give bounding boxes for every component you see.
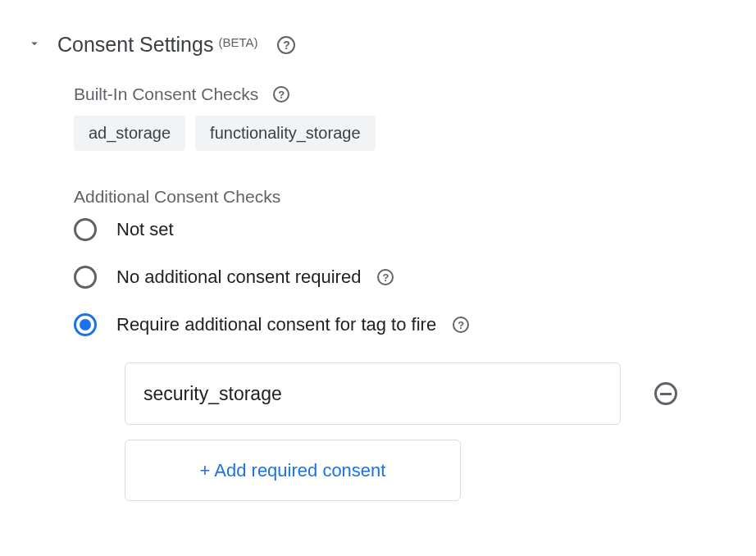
built-in-label-text: Built-In Consent Checks: [74, 84, 258, 104]
required-consent-row: [125, 362, 731, 425]
additional-label: Additional Consent Checks: [74, 187, 731, 207]
section-title-text: Consent Settings: [57, 33, 213, 57]
radio-option-require-additional[interactable]: Require additional consent for tag to fi…: [74, 313, 731, 336]
help-icon-no-additional[interactable]: ?: [377, 269, 394, 285]
help-icon-require-additional[interactable]: ?: [453, 317, 469, 333]
question-mark-icon: ?: [453, 317, 469, 333]
radio-option-not-set[interactable]: Not set: [74, 218, 731, 241]
additional-radio-group: Not set No additional consent required ?…: [74, 218, 731, 336]
section-title: Consent Settings (BETA): [57, 33, 257, 57]
radio-option-no-additional[interactable]: No additional consent required ?: [74, 266, 731, 289]
required-consent-section: + Add required consent: [125, 362, 731, 501]
chip-functionality-storage: functionality_storage: [195, 116, 375, 151]
radio-label-require-additional: Require additional consent for tag to fi…: [116, 314, 469, 335]
question-mark-icon: ?: [273, 86, 289, 103]
radio-dot-icon: [80, 319, 91, 330]
help-icon-builtin[interactable]: ?: [273, 86, 289, 103]
required-consent-input[interactable]: [125, 362, 621, 425]
remove-consent-button[interactable]: [654, 381, 678, 406]
chevron-down-icon: [27, 36, 42, 54]
built-in-label: Built-In Consent Checks ?: [74, 84, 731, 104]
radio-label-no-additional: No additional consent required ?: [116, 267, 394, 288]
remove-icon: [654, 382, 677, 405]
question-mark-icon: ?: [277, 36, 295, 54]
add-required-consent-button[interactable]: + Add required consent: [125, 440, 461, 501]
radio-not-set[interactable]: [74, 218, 97, 241]
help-icon-section[interactable]: ?: [277, 36, 295, 54]
chip-ad-storage: ad_storage: [74, 116, 185, 151]
built-in-chips: ad_storage functionality_storage: [74, 116, 731, 151]
radio-no-additional[interactable]: [74, 266, 97, 289]
radio-require-additional[interactable]: [74, 313, 97, 336]
beta-label: (BETA): [218, 35, 257, 49]
radio-label-not-set: Not set: [116, 219, 174, 240]
question-mark-icon: ?: [377, 269, 394, 285]
collapse-toggle[interactable]: [25, 35, 44, 55]
additional-label-text: Additional Consent Checks: [74, 187, 280, 207]
minus-icon: [660, 393, 672, 395]
